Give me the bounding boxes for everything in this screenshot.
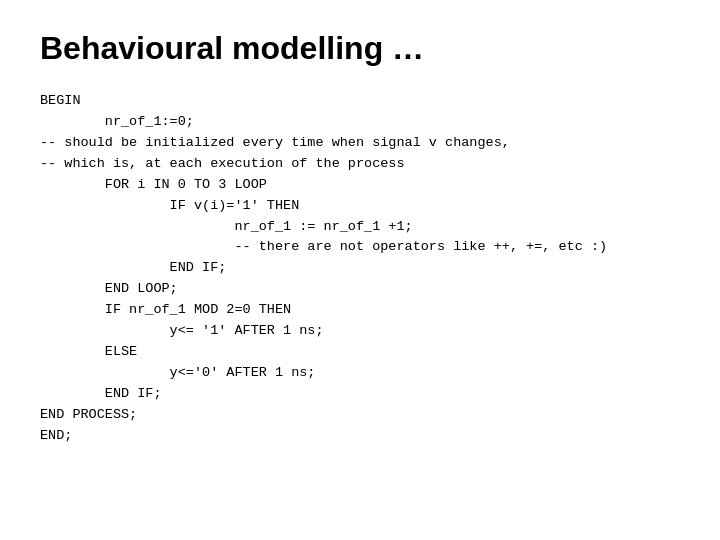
slide: Behavioural modelling … BEGIN nr_of_1:=0… bbox=[0, 0, 720, 540]
slide-title: Behavioural modelling … bbox=[40, 30, 680, 67]
code-block: BEGIN nr_of_1:=0; -- should be initializ… bbox=[40, 91, 680, 447]
